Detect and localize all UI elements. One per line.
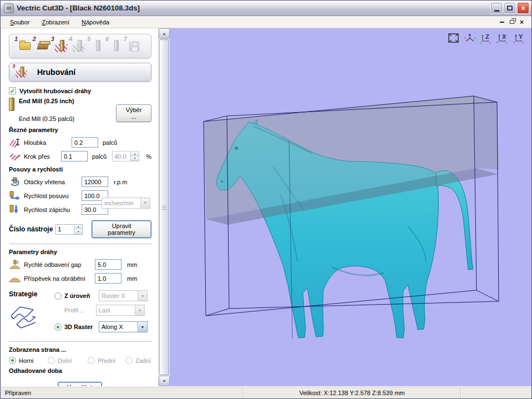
side-horni-radio[interactable] xyxy=(9,357,16,364)
x-view-icon[interactable]: X zy xyxy=(496,32,510,44)
raster3d-combo-value: Along X xyxy=(99,324,138,330)
rapid-gap-input[interactable] xyxy=(95,259,121,270)
allowance-unit: mm xyxy=(127,275,137,282)
side-predni-label: Přední xyxy=(98,357,115,364)
roughing-step-number: 3 xyxy=(12,63,16,69)
chevron-down-icon[interactable]: ▼ xyxy=(138,291,147,301)
tool-icon xyxy=(96,40,100,51)
spindle-speed-icon xyxy=(9,177,21,187)
step-finishing-button[interactable]: 4 xyxy=(73,39,87,53)
spin-down-icon[interactable]: ▼ xyxy=(74,229,82,234)
rapid-gap-unit: mm xyxy=(127,261,137,268)
scrollbar-thumb[interactable] xyxy=(159,39,169,375)
spindle-input[interactable] xyxy=(82,176,108,187)
chevron-down-icon[interactable]: ▼ xyxy=(138,322,147,332)
maximize-button[interactable] xyxy=(504,2,516,14)
spindle-unit: r.p.m xyxy=(114,179,127,185)
svg-text:Y: Y xyxy=(519,33,523,40)
tool-description: End Mill (0.25 palců) xyxy=(19,115,74,122)
side-dolni-radio[interactable] xyxy=(48,357,55,364)
status-message: Připraven xyxy=(1,387,243,398)
side-predni-radio[interactable] xyxy=(88,357,95,364)
zlevel-combo[interactable]: Raster X ▼ xyxy=(99,290,148,301)
side-dolni-label: Dolní xyxy=(58,357,72,364)
tool-select-button[interactable]: Výběr ... xyxy=(116,104,151,122)
isometric-view-icon[interactable]: z x y xyxy=(463,32,477,44)
tool-number-input[interactable] xyxy=(56,225,74,234)
zoom-extents-icon[interactable] xyxy=(447,32,460,44)
feed-units-combo[interactable]: inches/min ▼ xyxy=(102,198,150,209)
scroll-up-icon[interactable]: ▲ xyxy=(159,28,170,39)
step-save-button[interactable]: 7 xyxy=(128,39,142,53)
feed-rate-label: Rychlost posuvu xyxy=(24,193,82,199)
step-cutout-button[interactable]: 5 xyxy=(91,39,105,53)
z-view-icon[interactable]: Z yx xyxy=(480,32,494,44)
calculate-button[interactable]: Vypočítat xyxy=(58,382,102,386)
step-material-button[interactable]: 2 xyxy=(37,39,51,53)
step-1-number: 1 xyxy=(14,36,18,42)
side-zadni-label: Zadní xyxy=(135,357,151,364)
step-roughing-button[interactable]: 3 xyxy=(55,39,69,53)
panel-scrollbar[interactable]: ▲ ▼ xyxy=(158,28,170,386)
spin-down-icon[interactable]: ▼ xyxy=(131,156,139,161)
mdi-close-icon[interactable]: × xyxy=(520,19,524,26)
workflow-toolbar: 1 2 3 4 5 xyxy=(9,34,151,58)
toolpath-panel: 1 2 3 4 5 xyxy=(1,28,158,386)
profile-row: Profil ... Last ▼ xyxy=(54,305,151,316)
y-view-icon[interactable]: Y zx xyxy=(513,32,527,44)
minimize-button[interactable] xyxy=(490,2,503,14)
side-zadni-radio[interactable] xyxy=(125,357,133,364)
strategy-title: Strategie xyxy=(9,290,54,298)
stepover-input[interactable] xyxy=(61,151,88,161)
minimize-icon xyxy=(494,10,499,12)
scroll-down-icon[interactable]: ▼ xyxy=(159,376,170,386)
menu-napoveda[interactable]: Nápověda xyxy=(77,17,114,27)
allowance-label: Příspěvek na obrábění xyxy=(24,275,95,282)
depth-input[interactable] xyxy=(72,137,98,148)
title-bar[interactable]: 3D Vectric Cut3D - [Black N260108.3ds] × xyxy=(1,1,531,16)
step-4-number: 4 xyxy=(69,36,72,42)
divider xyxy=(9,341,151,342)
step-preview-button[interactable]: 6 xyxy=(109,39,124,53)
scrollbar-track[interactable] xyxy=(159,39,170,376)
profile-combo-value: Last xyxy=(97,307,135,314)
mdi-restore-icon[interactable] xyxy=(510,20,514,24)
create-toolpath-row: ✓ Vytvořit hrubovací dráhy xyxy=(1,87,158,94)
raster3d-radio[interactable] xyxy=(54,324,62,331)
spin-up-icon[interactable]: ▲ xyxy=(131,151,139,156)
allowance-input[interactable] xyxy=(95,273,121,284)
menu-soubor[interactable]: Soubor xyxy=(5,17,34,27)
stepover-percent-input[interactable] xyxy=(113,151,130,161)
menu-zobrazeni[interactable]: Zobrazení xyxy=(37,17,74,27)
close-button[interactable]: × xyxy=(517,2,529,14)
tool-number-spinner[interactable]: ▲▼ xyxy=(55,224,83,235)
stepover-percent-unit: % xyxy=(146,153,151,160)
tool-icon xyxy=(60,40,64,51)
save-floppy-icon xyxy=(129,42,139,51)
mdi-minimize-icon[interactable] xyxy=(500,22,504,23)
3d-scene[interactable] xyxy=(170,28,531,386)
profile-label: Profil ... xyxy=(54,307,96,314)
app-window: 3D Vectric Cut3D - [Black N260108.3ds] ×… xyxy=(0,0,532,399)
zlevel-combo-value: Raster X xyxy=(99,292,138,299)
svg-text:Z: Z xyxy=(485,33,489,40)
step-open-file-button[interactable]: 1 xyxy=(18,39,33,53)
svg-text:x: x xyxy=(489,41,491,44)
svg-text:x: x xyxy=(464,36,466,39)
step-7-number: 7 xyxy=(124,36,127,42)
stepover-label: Krok přes xyxy=(24,153,61,160)
chevron-down-icon[interactable]: ▼ xyxy=(140,198,150,208)
profile-combo[interactable]: Last ▼ xyxy=(96,305,145,316)
maximize-icon xyxy=(507,6,513,11)
stepover-percent-spinner[interactable]: ▲▼ xyxy=(112,151,139,161)
zlevel-radio[interactable] xyxy=(54,292,62,300)
chevron-down-icon[interactable]: ▼ xyxy=(135,305,144,315)
raster3d-combo[interactable]: Along X ▼ xyxy=(99,321,148,332)
create-toolpath-checkbox[interactable]: ✓ xyxy=(9,87,16,94)
spin-up-icon[interactable]: ▲ xyxy=(74,225,82,230)
3d-viewport[interactable]: z x y Z yx X zy xyxy=(170,28,531,386)
plunge-rate-row: Rychlost zápichu inches/min ▼ xyxy=(1,204,158,215)
edit-params-button[interactable]: Upravit parametry xyxy=(92,220,151,238)
rapid-gap-label: Rychlé odbavení gap xyxy=(24,261,95,268)
app-icon: 3D xyxy=(4,3,14,13)
